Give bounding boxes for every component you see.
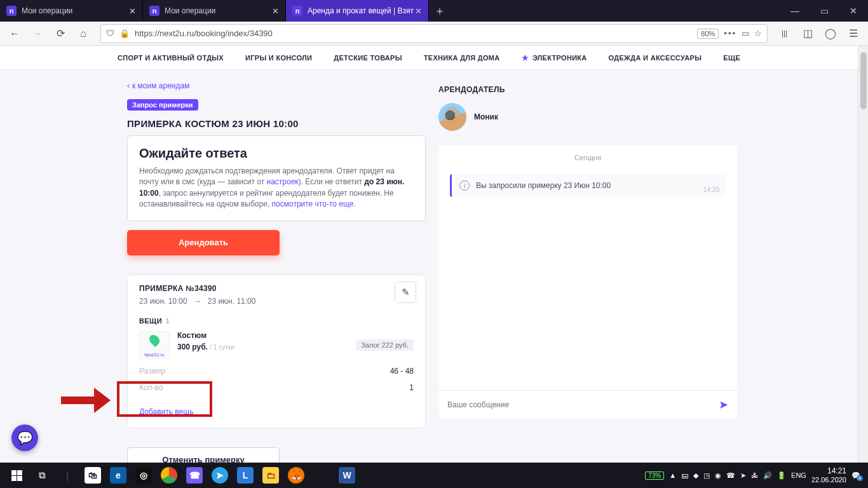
arrow-right-icon: →	[194, 297, 201, 306]
nav-games[interactable]: ИГРЫ И КОНСОЛИ	[245, 54, 312, 62]
message-composer: ➤	[438, 390, 737, 418]
right-column: АРЕНДОДАТЕЛЬ Моник Сегодня i Вы запросил…	[438, 81, 737, 463]
item-name[interactable]: Костюм	[177, 331, 234, 340]
kebab-icon[interactable]: •••	[724, 29, 736, 38]
rent-button[interactable]: Арендовать	[127, 230, 280, 255]
cancel-fitting-button[interactable]: Отменить примерку	[127, 447, 280, 463]
nav-label: ЭЛЕКТРОНИКА	[532, 54, 587, 62]
browser-tab-1[interactable]: n Мои операции ✕	[143, 0, 286, 22]
message-input[interactable]	[447, 400, 719, 409]
status-badge: Запрос примерки	[127, 99, 198, 111]
chrome-icon[interactable]	[156, 463, 182, 488]
category-nav: СПОРТ И АКТИВНЫЙ ОТДЫХ ИГРЫ И КОНСОЛИ ДЕ…	[0, 46, 858, 70]
tray-network-icon[interactable]: 🖧	[751, 471, 758, 479]
fitting-dates: 23 июн. 10:00 → 23 июн. 11:00	[139, 297, 414, 306]
library-icon[interactable]: ⫼	[775, 24, 794, 43]
item-thumbnail[interactable]: Next2U.ru	[139, 331, 170, 359]
tray-app2-icon[interactable]: ◳	[703, 471, 710, 480]
map-pin-icon	[147, 332, 162, 347]
account-icon[interactable]: ◯	[821, 24, 840, 43]
tab-label: Мои операции	[22, 6, 72, 15]
system-tray: 73% ▲ 🖴 ◆ ◳ ◉ ☎ ➤ 🖧 🔊 🔋 ENG 14:21 22.06.…	[645, 467, 864, 484]
word-icon[interactable]: W	[334, 463, 360, 488]
close-window-icon[interactable]: ✕	[839, 0, 868, 22]
firefox-icon[interactable]: 🦊	[283, 463, 309, 488]
tray-app3-icon[interactable]: ◉	[715, 471, 721, 480]
nav-kids[interactable]: ДЕТСКИЕ ТОВАРЫ	[334, 54, 402, 62]
browser-tab-2[interactable]: n Аренда и прокат вещей | Взят ✕	[286, 0, 429, 22]
tab-close-icon[interactable]: ✕	[270, 6, 280, 16]
scrollbar-thumb[interactable]	[860, 52, 867, 109]
owner-row[interactable]: Моник	[438, 103, 737, 131]
nav-back-icon[interactable]: ←	[5, 24, 24, 43]
back-label: к моим арендам	[132, 81, 189, 90]
store-icon[interactable]: 🛍	[80, 463, 105, 488]
tab-close-icon[interactable]: ✕	[127, 6, 137, 16]
tray-up-icon[interactable]: ▲	[669, 471, 676, 479]
pencil-icon: ✎	[402, 287, 410, 298]
browser-tab-0[interactable]: n Мои операции ✕	[0, 0, 143, 22]
tab-label: Аренда и прокат вещей | Взят	[308, 6, 414, 15]
lock-icon: 🔒	[119, 29, 130, 38]
row-size: Размер46 - 48	[139, 367, 414, 376]
viber-icon[interactable]: ☎	[182, 463, 207, 488]
start-button[interactable]	[4, 463, 29, 488]
zoom-level[interactable]: 80%	[697, 29, 719, 39]
maximize-icon[interactable]: ▭	[810, 0, 839, 22]
scrollbar[interactable]	[858, 46, 868, 463]
tray-volume-icon[interactable]: 🔊	[763, 471, 772, 480]
owner-heading: АРЕНДОДАТЕЛЬ	[438, 85, 737, 94]
taskbar-gap	[309, 463, 334, 488]
action-center-icon[interactable]: 💬4	[851, 471, 860, 480]
home-icon[interactable]: ⌂	[74, 24, 93, 43]
bookmark-star-icon[interactable]: ☆	[754, 29, 762, 38]
owner-avatar[interactable]	[438, 103, 466, 131]
tray-battery-icon[interactable]: 🔋	[777, 471, 786, 480]
sidebar-icon[interactable]: ◫	[798, 24, 817, 43]
battery-indicator[interactable]: 73%	[645, 471, 664, 480]
nav-sport[interactable]: СПОРТ И АКТИВНЫЙ ОТДЫХ	[118, 54, 224, 62]
explorer-icon[interactable]: 🗀	[258, 463, 283, 488]
window-controls: — ▭ ✕	[780, 0, 868, 22]
reload-icon[interactable]: ⟳	[51, 24, 70, 43]
owner-name[interactable]: Моник	[474, 112, 498, 121]
message-text: Вы запросили примерку 23 Июн 10:00	[476, 181, 611, 190]
reader-icon[interactable]: ▭	[742, 29, 749, 38]
settings-link[interactable]: настроек	[267, 177, 299, 186]
taskbar-clock[interactable]: 14:21 22.06.2020	[811, 467, 846, 484]
telegram-icon[interactable]: ➤	[207, 463, 233, 488]
message-time: 14:20	[703, 186, 719, 193]
fitting-card: ПРИМЕРКА №34390 23 июн. 10:00 → 23 июн. …	[127, 274, 426, 428]
tray-lang[interactable]: ENG	[791, 471, 806, 479]
edge-icon[interactable]: e	[105, 463, 131, 488]
back-to-rentals-link[interactable]: ‹ к моим арендам	[127, 81, 426, 90]
edit-button[interactable]: ✎	[395, 281, 416, 303]
app-l-icon[interactable]: L	[233, 463, 258, 488]
nav-electronics[interactable]: ★ЭЛЕКТРОНИКА	[522, 53, 587, 62]
favicon: n	[292, 6, 302, 16]
task-view-icon[interactable]: ⧉	[29, 463, 55, 488]
tray-viber-icon[interactable]: ☎	[726, 471, 735, 480]
groove-icon[interactable]: ◎	[131, 463, 156, 488]
new-tab-button[interactable]: ＋	[429, 0, 451, 22]
nav-more[interactable]: ЕЩЕ	[723, 54, 740, 62]
add-item-link[interactable]: Добавить вещь	[139, 407, 414, 416]
send-icon: ➤	[719, 398, 728, 411]
nav-forward-icon[interactable]: →	[28, 24, 47, 43]
tray-app1-icon[interactable]: ◆	[693, 471, 698, 480]
tray-usb-icon[interactable]: 🖴	[681, 471, 688, 479]
nav-home[interactable]: ТЕХНИКА ДЛЯ ДОМА	[424, 54, 500, 62]
tray-telegram-icon[interactable]: ➤	[740, 471, 746, 480]
minimize-icon[interactable]: —	[780, 0, 810, 22]
info-icon: i	[459, 180, 470, 191]
menu-icon[interactable]: ☰	[844, 24, 863, 43]
row-qty: Кол-во1	[139, 383, 414, 392]
nav-clothes[interactable]: ОДЕЖДА И АКСЕССУАРЫ	[609, 54, 702, 62]
shield-icon[interactable]: 🛡	[106, 29, 114, 38]
chat-fab[interactable]: 💬	[11, 424, 38, 451]
address-bar[interactable]: 🛡 🔒 https://next2u.ru/booking/index/3439…	[100, 24, 768, 43]
see-more-link[interactable]: посмотрите что-то еще	[272, 200, 354, 208]
send-button[interactable]: ➤	[719, 398, 728, 412]
tab-close-icon[interactable]: ✕	[413, 6, 423, 16]
await-heading: Ожидайте ответа	[139, 146, 414, 161]
